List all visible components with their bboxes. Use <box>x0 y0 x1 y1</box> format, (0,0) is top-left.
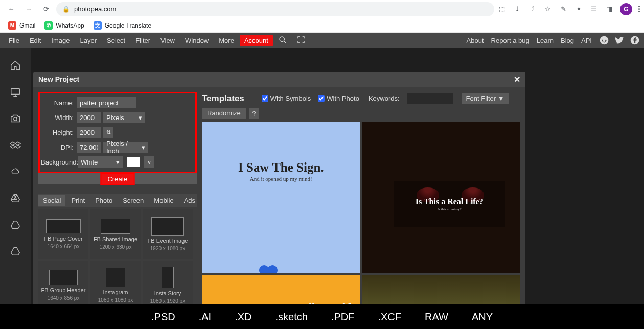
menu-image[interactable]: Image <box>47 35 74 46</box>
chrome-menu-icon[interactable] <box>638 6 640 12</box>
preset-item[interactable]: FB Group Header1640 x 856 px <box>38 261 88 309</box>
reading-list-icon[interactable]: ☰ <box>589 5 599 14</box>
lock-icon: 🔒 <box>62 6 70 13</box>
bookmark-gmail[interactable]: M Gmail <box>8 21 35 30</box>
templates-header: Templates With Symbols With Photo Keywor… <box>202 92 520 105</box>
googledrive3-icon[interactable] <box>8 244 22 258</box>
name-input[interactable] <box>77 97 136 108</box>
tab-print[interactable]: Print <box>66 195 89 206</box>
expand-button[interactable]: v <box>144 156 154 168</box>
highlight-box: Name: Width: Pixels Height: ⇅ <box>38 92 197 173</box>
search-icon[interactable] <box>274 34 291 48</box>
dpi-unit-select[interactable]: Pixels / Inch <box>103 142 148 153</box>
twitter-icon[interactable] <box>614 35 625 45</box>
preset-item[interactable]: Instagram1080 x 1080 px <box>90 261 141 309</box>
tab-ads[interactable]: Ads <box>179 195 200 206</box>
share-icon[interactable]: ⤴ <box>528 5 537 14</box>
dialog-title: New Project <box>38 75 79 83</box>
close-icon[interactable]: ✕ <box>514 75 520 84</box>
extensions-icon[interactable]: ✦ <box>574 5 583 14</box>
dpi-input[interactable] <box>77 142 101 153</box>
width-input[interactable] <box>77 112 101 123</box>
bookmark-translate[interactable]: 文 Google Translate <box>94 21 151 30</box>
menu-file[interactable]: File <box>4 35 24 46</box>
template-1[interactable]: I Saw The Sign. And it opened up my mind… <box>202 122 360 273</box>
preset-item[interactable]: FB Shared Image1200 x 630 px <box>90 209 141 258</box>
menu-api[interactable]: API <box>581 37 592 44</box>
profile-avatar[interactable]: G <box>620 3 632 15</box>
menu-report-bug[interactable]: Report a bug <box>491 37 530 44</box>
template-2[interactable]: Is This a Real Life? Is this a fantasy? <box>362 122 521 273</box>
menu-left: File Edit Image Layer Select Filter View… <box>4 34 310 48</box>
background-select[interactable]: White <box>78 156 123 168</box>
tab-screen[interactable]: Screen <box>118 195 148 206</box>
help-button[interactable]: ? <box>249 108 259 119</box>
format-label: .PSD <box>151 311 175 323</box>
dropbox-icon[interactable] <box>8 138 22 152</box>
address-bar[interactable]: 🔒 photopea.com <box>56 2 494 16</box>
menu-about[interactable]: About <box>467 37 484 44</box>
svg-point-0 <box>280 37 284 41</box>
menu-edit[interactable]: Edit <box>25 35 45 46</box>
forward-button[interactable]: → <box>21 2 36 16</box>
googledrive-icon[interactable] <box>8 191 22 205</box>
eyedropper-icon[interactable]: ✎ <box>559 5 568 14</box>
with-symbols-checkbox[interactable]: With Symbols <box>262 95 311 102</box>
camera-icon[interactable] <box>8 111 22 126</box>
reddit-icon[interactable] <box>599 35 609 45</box>
preset-item[interactable]: FB Event Image1920 x 1080 px <box>143 209 193 258</box>
new-project-dialog: New Project ✕ Name: Width: Pixels <box>33 72 525 314</box>
side-panel-icon[interactable]: ◨ <box>605 5 614 14</box>
swap-dimensions-button[interactable]: ⇅ <box>103 127 113 138</box>
home-icon[interactable] <box>8 58 22 73</box>
facebook-icon[interactable] <box>630 35 640 45</box>
menu-account[interactable]: Account <box>240 35 273 46</box>
template-1-sub: And it opened up my mind! <box>202 176 360 182</box>
preset-item[interactable]: Insta Story1080 x 1920 px <box>143 261 193 309</box>
preset-item[interactable]: FB Page Cover1640 x 664 px <box>38 209 88 258</box>
randomize-button[interactable]: Randomize <box>202 108 246 119</box>
tab-mobile[interactable]: Mobile <box>149 195 178 206</box>
app-menubar: File Edit Image Layer Select Filter View… <box>0 33 644 48</box>
template-2-headline: Is This a Real Life? <box>416 197 484 206</box>
download-icon[interactable]: ⭳ <box>513 5 522 14</box>
menu-layer[interactable]: Layer <box>76 35 102 46</box>
back-button[interactable]: ← <box>4 2 18 16</box>
templates-grid: I Saw The Sign. And it opened up my mind… <box>202 122 520 309</box>
bookmark-star-icon[interactable]: ☆ <box>543 5 553 14</box>
settings-panel: Name: Width: Pixels Height: ⇅ <box>38 92 197 309</box>
with-photo-checkbox[interactable]: With Photo <box>318 95 359 102</box>
translate-icon: 文 <box>94 21 102 30</box>
keywords-input[interactable] <box>407 93 453 104</box>
menu-window[interactable]: Window <box>180 35 213 46</box>
reload-button[interactable]: ⟳ <box>39 2 53 16</box>
height-input[interactable] <box>77 127 101 138</box>
menu-more[interactable]: More <box>214 35 239 46</box>
width-unit-select[interactable]: Pixels <box>103 112 145 123</box>
tab-photo[interactable]: Photo <box>90 195 117 206</box>
font-filter-button[interactable]: Font Filter ▼ <box>462 93 509 104</box>
format-label: .PDF <box>331 311 355 323</box>
install-icon[interactable]: ⬚ <box>497 5 507 14</box>
menu-blog[interactable]: Blog <box>561 37 574 44</box>
create-button[interactable]: Create <box>100 173 134 185</box>
templates-title: Templates <box>202 93 244 104</box>
googledrive2-icon[interactable] <box>8 218 22 232</box>
desktop-icon[interactable] <box>8 85 22 99</box>
tab-social[interactable]: Social <box>38 195 65 206</box>
svg-point-9 <box>14 118 17 121</box>
menu-filter[interactable]: Filter <box>131 35 155 46</box>
preset-tabs: Social Print Photo Screen Mobile Ads 2ᴺ <box>38 194 197 207</box>
bookmark-whatsapp[interactable]: ✆ WhatsApp <box>44 21 84 30</box>
onedrive-icon[interactable] <box>8 165 22 179</box>
chrome-actions: ⬚ ⭳ ⤴ ☆ ✎ ✦ ☰ ◨ G <box>497 3 640 15</box>
background-color-swatch[interactable] <box>127 157 140 167</box>
fullscreen-icon[interactable] <box>292 34 310 48</box>
svg-rect-6 <box>11 89 20 95</box>
menu-learn[interactable]: Learn <box>537 37 554 44</box>
menu-view[interactable]: View <box>156 35 179 46</box>
format-label: .XCF <box>378 311 401 323</box>
formats-bar: .PSD.AI.XD.sketch.PDF.XCFRAWANY <box>0 304 644 329</box>
menu-select[interactable]: Select <box>102 35 130 46</box>
browser-toolbar: ← → ⟳ 🔒 photopea.com ⬚ ⭳ ⤴ ☆ ✎ ✦ ☰ ◨ G <box>0 0 644 18</box>
